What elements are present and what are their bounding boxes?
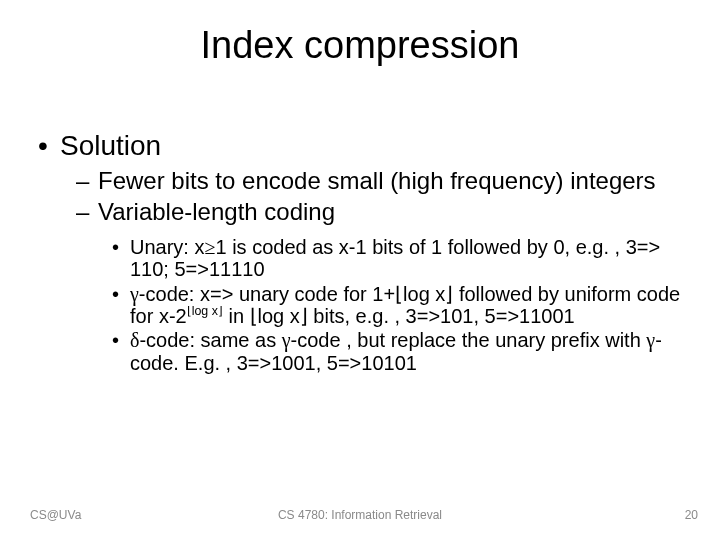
bullet-l3-gamma: • γ-code: x=> unary code for 1+⌊log x⌋ f… <box>112 283 692 328</box>
text: Unary: x <box>130 236 204 258</box>
bullet-text: Variable-length coding <box>98 199 335 226</box>
footer-center: CS 4780: Information Retrieval <box>0 508 720 522</box>
bullet-dot: • <box>112 283 130 328</box>
bullet-dot: • <box>112 329 130 374</box>
bullet-l2: – Fewer bits to encode small (high frequ… <box>76 168 692 195</box>
bullet-text: δ-code: same as γ-code , but replace the… <box>130 329 692 374</box>
text: in ⌊log x⌋ bits, e.g. , 3=>101, 5=>11001 <box>223 305 575 327</box>
slide: Index compression • Solution – Fewer bit… <box>0 0 720 540</box>
bullet-text: Solution <box>60 130 161 162</box>
slide-title: Index compression <box>0 24 720 67</box>
ge-symbol: ≥ <box>204 236 215 258</box>
bullet-dot: • <box>38 130 60 162</box>
text: -code , but replace the unary prefix wit… <box>291 329 647 351</box>
bullet-dot: • <box>112 236 130 281</box>
text: -code: same as <box>139 329 281 351</box>
exponent: ⌊log x⌋ <box>187 304 223 318</box>
bullet-l3-delta: • δ-code: same as γ-code , but replace t… <box>112 329 692 374</box>
bullet-l3-unary: • Unary: x≥1 is coded as x-1 bits of 1 f… <box>112 236 692 281</box>
bullet-text: Fewer bits to encode small (high frequen… <box>98 168 656 195</box>
bullet-dash: – <box>76 199 98 226</box>
gamma-symbol: γ <box>282 329 291 351</box>
gamma-symbol: γ <box>130 283 139 305</box>
bullet-text: γ-code: x=> unary code for 1+⌊log x⌋ fol… <box>130 283 692 328</box>
bullet-l2: – Variable-length coding <box>76 199 692 226</box>
slide-number: 20 <box>685 508 698 522</box>
slide-body: • Solution – Fewer bits to encode small … <box>38 130 692 376</box>
bullet-dash: – <box>76 168 98 195</box>
gamma-symbol: γ <box>646 329 655 351</box>
bullet-text: Unary: x≥1 is coded as x-1 bits of 1 fol… <box>130 236 692 281</box>
bullet-l1: • Solution <box>38 130 692 162</box>
